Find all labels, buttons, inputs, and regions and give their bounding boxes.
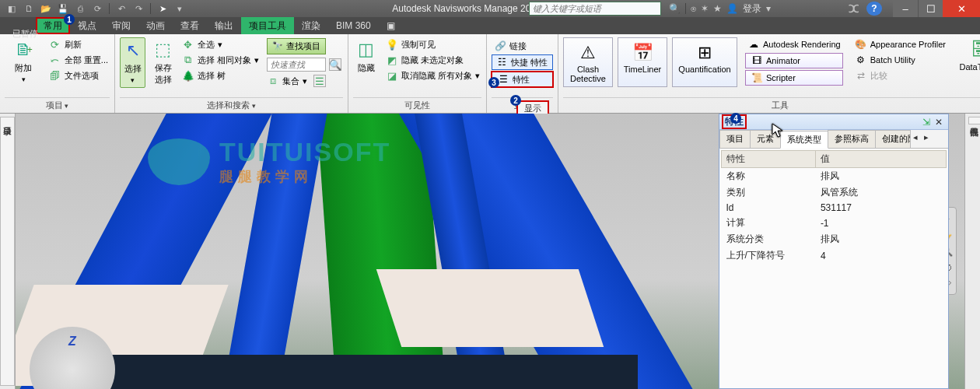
autodesk-rendering-button[interactable]: ☁Autodesk Rendering <box>745 37 843 51</box>
hide-button[interactable]: ◫ 隐藏 <box>353 37 380 82</box>
ribbon-tab-strip: 常用 视点 审阅 动画 查看 输出 项目工具 渲染 BIM 360 ▣ <box>0 17 980 34</box>
mouse-cursor-icon <box>772 123 784 138</box>
prop-row: 计算-1 <box>722 215 947 231</box>
left-rail-project-browser[interactable]: 项目目录 <box>0 117 15 386</box>
ribbon-tab-review[interactable]: 审阅 <box>104 17 138 34</box>
app-menu-icon[interactable]: ◧ <box>5 2 19 16</box>
undo-icon[interactable]: ↶ <box>114 2 128 16</box>
ribbon-tab-output[interactable]: 输出 <box>207 17 241 34</box>
ribbon-tab-bim360[interactable]: BIM 360 <box>328 17 379 34</box>
panel-title-project[interactable]: 项目 <box>5 97 110 113</box>
panel-select-search: ↖ 选择▾ ⬚ 保存 选择 ✥全选 ▾ ⧉选择 相同对象 ▾ 🌲选择 树 🔭查找… <box>115 34 348 113</box>
hide-unselected-icon: ◩ <box>386 54 398 66</box>
prop-tab-phase[interactable]: 创建的阶 <box>875 130 911 148</box>
timeliner-button[interactable]: 📅TimeLiner <box>618 37 667 87</box>
quick-find-input[interactable] <box>267 58 326 72</box>
quick-props-icon: ☷ <box>497 56 508 68</box>
open-icon[interactable]: 📂 <box>39 2 53 16</box>
window-controls: – ☐ ✕ <box>893 0 980 17</box>
prop-tabs-scroll-left-icon[interactable]: ◂ <box>910 130 921 148</box>
ribbon-tab-item-tools[interactable]: 项目工具 <box>241 17 294 34</box>
lightbulb-icon: 💡 <box>386 38 398 51</box>
require-button[interactable]: 💡强制可见 <box>384 37 481 51</box>
keyword-search-input[interactable] <box>530 4 660 13</box>
links-button[interactable]: 🔗链接 <box>492 39 553 53</box>
quick-properties-button[interactable]: ☷快捷 特性 <box>492 54 553 70</box>
favorite-icon[interactable]: ★ <box>713 3 722 14</box>
login-dropdown-icon[interactable]: ▾ <box>766 3 771 14</box>
exchange-x-icon[interactable]: ⵋ <box>849 2 859 15</box>
slab-b <box>376 269 604 347</box>
right-rail-saved-viewpoints[interactable]: 保存的视点 <box>968 117 980 124</box>
refresh-button[interactable]: ⟳刷新 <box>47 37 110 51</box>
find-items-button[interactable]: 🔭查找项目 <box>267 38 326 54</box>
right-rail: 保存的视点 <box>964 114 980 389</box>
ribbon-tab-render[interactable]: 渲染 <box>294 17 328 34</box>
select-button[interactable]: ↖ 选择▾ <box>120 37 145 88</box>
prop-tab-system-type[interactable]: 系统类型 <box>780 131 828 149</box>
print-icon[interactable]: ⎙ <box>73 2 87 16</box>
keyword-search[interactable] <box>529 2 661 16</box>
animator-button[interactable]: 🎞Animator <box>745 53 843 68</box>
prop-tab-ref-level[interactable]: 参照标高 <box>828 130 876 148</box>
file-options-button[interactable]: 🗐文件选项 <box>47 68 110 82</box>
exchange-icon[interactable]: ✶ <box>701 3 709 14</box>
ribbon-tab-animation[interactable]: 动画 <box>138 17 173 34</box>
select-all-button[interactable]: ✥全选 ▾ <box>180 37 261 51</box>
panel-tools: ⚠Clash Detective 📅TimeLiner ⊞Quantificat… <box>558 34 980 113</box>
unhide-all-button[interactable]: ◪取消隐藏 所有对象 ▾ <box>384 68 481 82</box>
help-icon[interactable]: ? <box>866 2 882 16</box>
compare-button[interactable]: ⇄比较 <box>852 68 948 82</box>
login-link[interactable]: 登录 <box>743 2 761 16</box>
sign-in-icon[interactable]: ⍟ <box>691 3 696 14</box>
appearance-profiler-button[interactable]: 🎨Appearance Profiler <box>852 37 948 51</box>
user-icon[interactable]: 👤 <box>726 3 738 14</box>
close-button[interactable]: ✕ <box>943 0 980 17</box>
minimize-button[interactable]: – <box>893 0 918 17</box>
select-same-button[interactable]: ⧉选择 相同对象 ▾ <box>180 53 261 67</box>
hide-unselected-button[interactable]: ◩隐藏 未选定对象 <box>384 53 481 67</box>
search-go-icon[interactable]: 🔍 <box>669 3 681 14</box>
prop-tab-item[interactable]: 项目 <box>719 130 751 148</box>
ribbon-tab-view[interactable]: 查看 <box>173 17 207 34</box>
annotation-badge-1: 1 <box>64 14 75 25</box>
render-icon: ☁ <box>747 38 760 51</box>
redo-icon[interactable]: ↷ <box>131 2 145 16</box>
properties-close-icon[interactable]: ✕ <box>933 117 945 128</box>
prop-row: 上升/下降符号4 <box>722 247 947 264</box>
qa-dropdown-icon[interactable]: ▾ <box>173 2 187 16</box>
camera-icon[interactable]: ▣ <box>387 20 395 31</box>
properties-pin-icon[interactable]: ⇲ <box>920 117 933 128</box>
quantification-button[interactable]: ⊞Quantification <box>672 37 737 87</box>
3d-viewport[interactable]: TUITUISOFT 腿腿教学网 ⎈ ✋ 🔍 ⭯ 👁 Z 特性 ⇲ ✕ 项目 元… <box>16 114 964 389</box>
clash-detective-button[interactable]: ⚠Clash Detective <box>563 37 613 87</box>
attach-button[interactable]: 🗎+ 附加▾ <box>5 37 43 83</box>
maximize-button[interactable]: ☐ <box>918 0 943 17</box>
compass-z-label: Z <box>68 335 76 349</box>
watermark-logo-icon <box>148 138 210 185</box>
panel-title-select[interactable]: 选择和搜索 <box>120 97 343 113</box>
unhide-icon: ◪ <box>386 69 398 82</box>
ribbon-body: 🗎+ 附加▾ ⟳刷新 ⤺全部 重置... 🗐文件选项 项目 ↖ 选择▾ ⬚ 保存… <box>0 34 980 114</box>
batch-utility-button[interactable]: ⚙Batch Utility <box>852 53 948 67</box>
properties-button[interactable]: ☰特性 <box>492 72 553 87</box>
filter-icon[interactable]: ☰ <box>313 75 326 87</box>
appearance-icon: 🎨 <box>855 38 867 51</box>
reset-all-button[interactable]: ⤺全部 重置... <box>47 53 110 67</box>
properties-panel-titlebar[interactable]: 特性 ⇲ ✕ <box>719 114 948 130</box>
sets-button[interactable]: ⧈集合 ▾ ☰ <box>265 74 343 88</box>
prop-col-value[interactable]: 值 <box>816 151 947 168</box>
quick-find-go-icon[interactable]: 🔍 <box>329 58 341 71</box>
datatools-button[interactable]: 🗄 DataTools <box>959 37 980 87</box>
pointer-icon[interactable]: ➤ <box>156 2 170 16</box>
scripter-button[interactable]: 📜Scripter <box>745 70 843 86</box>
refresh-icon[interactable]: ⟳ <box>90 2 104 16</box>
infocenter: 🔍 ⍟ ✶ ★ 👤 登录 ▾ <box>669 2 771 16</box>
new-icon[interactable]: 🗋 <box>22 2 36 16</box>
ribbon-tab-viewpoint[interactable]: 视点 <box>70 17 104 34</box>
prop-col-key[interactable]: 特性 <box>722 151 816 168</box>
link-icon: 🔗 <box>494 40 506 52</box>
save-selection-button[interactable]: ⬚ 保存 选择 <box>150 37 176 88</box>
selection-tree-button[interactable]: 🌲选择 树 <box>180 68 261 82</box>
prop-tabs-scroll-right-icon[interactable]: ▸ <box>921 130 932 148</box>
